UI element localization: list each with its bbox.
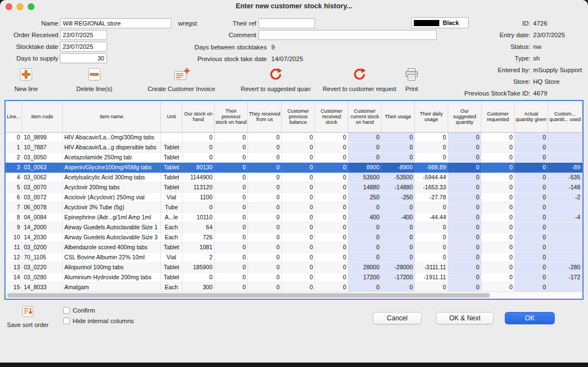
cell-sugg[interactable]: 0 [448,153,481,163]
cell-actual[interactable]: 0 [515,173,548,183]
cell-our[interactable]: 113120 [183,183,215,193]
cell-crecv[interactable]: 0 [315,223,348,233]
cell-unit[interactable]: Tablet [161,263,183,273]
column-header-recv[interactable]: They received from us [248,101,282,132]
cell-used[interactable] [548,153,582,163]
cell-code[interactable]: 03_0280 [22,273,63,283]
save-sort-order-button[interactable]: Save sort order [6,305,50,328]
cell-cprev[interactable]: 0 [282,173,315,183]
cell-usage[interactable]: -28000 [382,263,415,273]
cell-usage[interactable]: -400 [382,213,415,223]
cell-used[interactable] [548,243,582,253]
cell-daily[interactable]: -988.89 [415,163,448,173]
cell-unit[interactable]: Tablet [161,163,183,173]
cell-unit[interactable]: Tube [161,203,183,213]
cell-actual[interactable]: 0 [515,143,548,153]
cell-req[interactable]: 0 [481,163,515,173]
column-header-name[interactable]: Item name [63,101,161,132]
cell-cstock[interactable]: 0 [348,143,382,153]
cell-crecv[interactable]: 0 [315,263,348,273]
cell-usage[interactable]: -17200 [382,273,415,283]
cell-used[interactable] [548,253,582,263]
table-row[interactable]: 1270_1105CSL Bovine Albumin 22% 10mlVial… [6,253,582,263]
table-row[interactable]: 303_0063Asperin/Glycine100mg/45Mg tabsTa… [6,163,582,173]
cell-cstock[interactable]: 0 [348,243,382,253]
cell-crecv[interactable]: 0 [315,173,348,183]
column-header-code[interactable]: Item code [22,101,63,132]
cell-our[interactable]: 0 [183,153,215,163]
cell-recv[interactable]: 0 [248,193,282,203]
cell-daily[interactable]: -3111.11 [415,263,448,273]
cell-cprev[interactable]: 0 [282,223,315,233]
cell-recv[interactable]: 0 [248,203,282,213]
cell-crecv[interactable]: 0 [315,183,348,193]
cell-tprev[interactable]: 0 [215,163,248,173]
cell-usage[interactable]: -8900 [382,163,415,173]
cell-daily[interactable]: -1911.11 [415,273,448,283]
cell-name[interactable]: HIV Abacavir/La...g dispersible tabs [63,143,161,153]
table-row[interactable]: 1014_2030Airway Guedels Autoclavable Siz… [6,233,582,243]
cell-cstock[interactable]: 0 [348,203,382,213]
column-header-usage[interactable]: Their usage [382,101,415,132]
comment-input[interactable] [258,30,437,40]
cell-tprev[interactable]: 0 [215,233,248,243]
cell-used[interactable] [548,133,582,143]
cell-unit[interactable]: Tablet [161,243,183,253]
column-header-sugg[interactable]: Our suggested quantity [448,101,481,132]
column-header-line[interactable]: Line... [6,101,22,132]
cell-daily[interactable]: 0 [415,243,448,253]
cell-sugg[interactable]: 0 [448,193,481,203]
cell-code[interactable]: 06_0078 [22,203,63,213]
cell-code[interactable]: 03_0200 [22,243,63,253]
cell-recv[interactable]: 0 [248,273,282,283]
cell-cprev[interactable]: 0 [282,193,315,203]
cell-our[interactable]: 185900 [183,263,215,273]
cell-unit[interactable] [161,133,183,143]
cell-tprev[interactable]: 0 [215,213,248,223]
cell-used[interactable]: -148 [548,183,582,193]
hide-internal-columns-checkbox[interactable] [63,318,70,324]
cell-code[interactable]: 70_1105 [22,253,63,263]
cell-cstock[interactable]: 0 [348,253,382,263]
cell-name[interactable]: Airway Guedels Autoclavable Size 3 [63,233,161,243]
cell-cprev[interactable]: 0 [282,263,315,273]
cell-actual[interactable]: 0 [515,263,548,273]
cell-cprev[interactable]: 0 [282,233,315,243]
cell-cstock[interactable]: 0 [348,223,382,233]
cell-sugg[interactable]: 0 [448,183,481,193]
cell-used[interactable]: -4 [548,213,582,223]
delete-lines-button[interactable]: Delete line(s) [50,67,139,92]
cell-code[interactable]: 03_0220 [22,263,63,273]
cell-recv[interactable]: 0 [248,143,282,153]
cell-our[interactable]: 10110 [183,213,215,223]
cell-tprev[interactable]: 0 [215,243,248,253]
table-row[interactable]: 110_7887HIV Abacavir/La...g dispersible … [6,143,582,153]
cell-our[interactable]: 64 [183,223,215,233]
cell-req[interactable]: 0 [481,233,515,243]
cell-line[interactable]: 0 [6,133,22,143]
cell-used[interactable] [548,143,582,153]
cell-req[interactable]: 0 [481,203,515,213]
cell-cstock[interactable]: 250 [348,193,382,203]
cell-daily[interactable]: 0 [415,153,448,163]
cell-cprev[interactable]: 0 [282,213,315,223]
cell-sugg[interactable]: 0 [448,173,481,183]
column-header-tprev[interactable]: Their previous stock on hand [215,101,248,132]
cell-daily[interactable]: -27.78 [415,193,448,203]
cell-recv[interactable]: 0 [248,133,282,143]
cell-sugg[interactable]: 0 [448,243,481,253]
cell-daily[interactable]: 0 [415,133,448,143]
cell-usage[interactable]: -14880 [382,183,415,193]
cell-req[interactable]: 0 [481,193,515,203]
cell-actual[interactable]: 0 [515,223,548,233]
cell-actual[interactable]: 0 [515,183,548,193]
cell-name[interactable]: Allopurinol 100mg tabs [63,263,161,273]
cell-cprev[interactable]: 0 [282,273,315,283]
cell-cstock[interactable]: 0 [348,233,382,243]
cell-sugg[interactable]: 0 [448,273,481,283]
cell-actual[interactable]: 0 [515,203,548,213]
cell-crecv[interactable]: 0 [315,273,348,283]
cell-sugg[interactable]: 0 [448,253,481,263]
cell-recv[interactable]: 0 [248,263,282,273]
cell-req[interactable]: 0 [481,143,515,153]
